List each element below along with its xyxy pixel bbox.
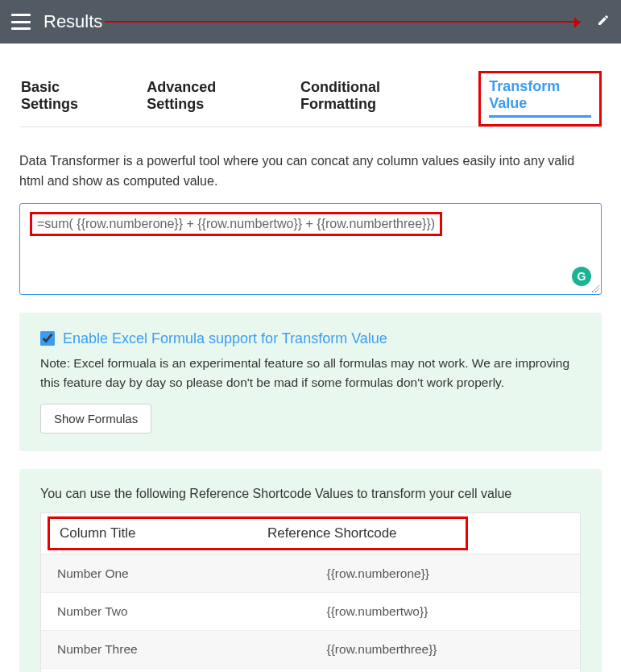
tabs: Basic Settings Advanced Settings Conditi… (19, 58, 602, 127)
shortcode-panel: You can use the following Reference Shor… (19, 469, 602, 672)
cell-title: Results (41, 669, 311, 672)
tab-basic-settings[interactable]: Basic Settings (19, 71, 113, 127)
table-row: Number One {{row.numberone}} (41, 554, 580, 592)
shortcode-table: Column Title Reference Shortcode Number … (40, 512, 581, 672)
cell-code: {{row.numbertwo}} (311, 593, 581, 630)
edit-icon[interactable] (597, 14, 610, 30)
resize-handle-icon[interactable] (591, 284, 599, 292)
tab-transform-value[interactable]: Transform Value (478, 71, 602, 127)
formula-text: =sum( {{row.numberone}} + {{row.numbertw… (30, 212, 442, 236)
table-header: Column Title Reference Shortcode (41, 513, 580, 554)
excel-formula-panel: Enable Excel Formula support for Transfo… (19, 313, 602, 451)
cell-title: Number One (41, 555, 311, 592)
excel-note: Note: Excel formuala is an experimental … (40, 354, 581, 392)
tab-conditional-formatting[interactable]: Conditional Formatting (299, 71, 446, 127)
tab-advanced-settings[interactable]: Advanced Settings (145, 71, 267, 127)
show-formulas-button[interactable]: Show Formulas (40, 404, 151, 433)
cell-code: {{row.results}} (311, 669, 581, 672)
tab-transform-value-label: Transform Value (489, 78, 591, 118)
table-header-highlight: Column Title Reference Shortcode (48, 516, 468, 550)
menu-icon[interactable] (11, 14, 31, 30)
table-row: Number Two {{row.numbertwo}} (41, 592, 580, 630)
column-title-header: Column Title (50, 519, 258, 548)
reference-shortcode-header: Reference Shortcode (258, 519, 466, 548)
content-area: Basic Settings Advanced Settings Conditi… (0, 44, 621, 672)
grammarly-icon[interactable]: G (572, 267, 591, 286)
table-row: Results {{row.results}} (41, 668, 580, 672)
cell-title: Number Three (41, 631, 311, 668)
enable-excel-checkbox[interactable] (40, 331, 55, 346)
transformer-description: Data Transformer is a powerful tool wher… (19, 151, 602, 192)
cell-code: {{row.numberthree}} (311, 631, 581, 668)
enable-excel-label[interactable]: Enable Excel Formula support for Transfo… (63, 330, 387, 347)
annotation-arrow (105, 21, 581, 23)
formula-input[interactable]: =sum( {{row.numberone}} + {{row.numbertw… (19, 203, 602, 295)
table-row: Number Three {{row.numberthree}} (41, 630, 580, 668)
shortcode-intro: You can use the following Reference Shor… (40, 487, 581, 501)
cell-code: {{row.numberone}} (311, 555, 581, 592)
cell-title: Number Two (41, 593, 311, 630)
page-title: Results (43, 11, 102, 32)
topbar: Results (0, 0, 621, 44)
